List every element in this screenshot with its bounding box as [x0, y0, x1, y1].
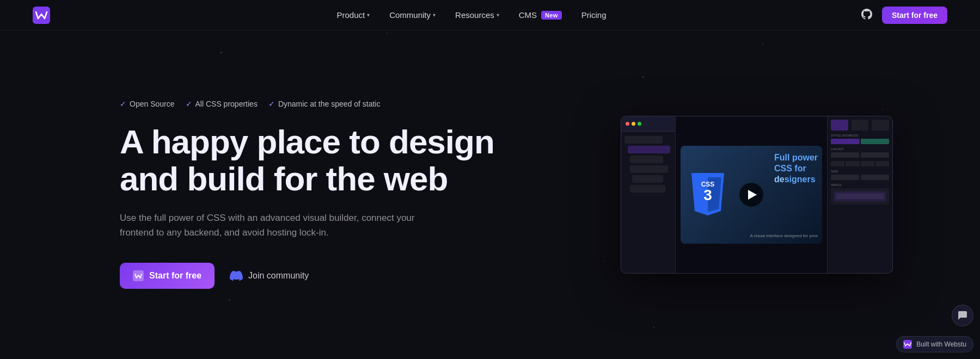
app-tree-item — [624, 136, 663, 144]
check-icon: ✓ — [120, 100, 126, 108]
hero-illustration: 3 CSS Full powerCSS for designers A visu… — [566, 116, 947, 274]
nav-right-actions: Start for free — [860, 7, 947, 24]
hero-start-button[interactable]: Start for free — [120, 263, 215, 289]
app-right-panel: Style Sources Layout — [827, 116, 892, 273]
panel-section-space: Space — [831, 183, 889, 205]
features-row: ✓ Open Source ✓ All CSS properties ✓ Dyn… — [120, 100, 544, 108]
github-link[interactable] — [860, 8, 873, 23]
built-with-badge[interactable]: Built with Webstu — [896, 336, 973, 352]
nav-cms[interactable]: CMS New — [511, 7, 569, 23]
space-visualizer — [831, 188, 889, 205]
nav-start-button[interactable]: Start for free — [882, 7, 947, 24]
hero-title: A happy place to design and build for th… — [120, 123, 544, 197]
app-tree-item — [632, 175, 663, 183]
panel-section-size: Size — [831, 170, 889, 180]
nav-resources[interactable]: Resources ▾ — [448, 7, 507, 23]
hero-content: ✓ Open Source ✓ All CSS properties ✓ Dyn… — [120, 100, 566, 290]
feature-css: ✓ All CSS properties — [186, 100, 258, 108]
chevron-down-icon: ▾ — [367, 12, 370, 18]
hero-buttons: Start for free Join community — [120, 262, 544, 290]
nav-pricing[interactable]: Pricing — [574, 7, 614, 23]
feature-dynamic: ✓ Dynamic at the speed of static — [268, 100, 381, 108]
play-button[interactable] — [739, 183, 763, 207]
video-title: Full powerCSS for designers — [774, 152, 818, 185]
new-badge: New — [541, 11, 562, 20]
app-sidebar-tree — [621, 132, 675, 199]
app-screenshot: 3 CSS Full powerCSS for designers A visu… — [621, 116, 893, 274]
window-min-dot — [632, 122, 635, 126]
video-thumbnail[interactable]: 3 CSS Full powerCSS for designers A visu… — [681, 146, 822, 244]
chevron-down-icon: ▾ — [497, 12, 499, 18]
chevron-down-icon: ▾ — [433, 12, 436, 18]
hero-section: ✓ Open Source ✓ All CSS properties ✓ Dyn… — [0, 30, 980, 359]
video-subtitle: A visual interface designed for pros — [750, 233, 818, 238]
navbar: Product ▾ Community ▾ Resources ▾ CMS Ne… — [0, 0, 980, 30]
app-tree-item — [630, 156, 663, 163]
hero-subtitle: Use the full power of CSS with an advanc… — [120, 211, 430, 240]
app-sidebar — [621, 116, 676, 273]
panel-tabs — [831, 120, 889, 131]
window-max-dot — [638, 122, 641, 126]
panel-section-layout: Layout — [831, 147, 889, 158]
app-tree-item — [630, 165, 668, 173]
panel-tab-settings[interactable] — [872, 120, 889, 131]
built-with-label: Built with Webstu — [916, 341, 966, 348]
panel-section-sources: Style Sources — [831, 134, 889, 144]
app-window-controls — [621, 116, 675, 132]
app-canvas: 3 CSS Full powerCSS for designers A visu… — [676, 116, 827, 273]
panel-section-align — [831, 161, 889, 166]
panel-tab-style[interactable] — [831, 120, 848, 131]
logo[interactable] — [33, 7, 50, 24]
chat-widget-button[interactable] — [952, 305, 973, 326]
feature-open-source: ✓ Open Source — [120, 100, 175, 108]
nav-community[interactable]: Community ▾ — [382, 7, 443, 23]
nav-product[interactable]: Product ▾ — [329, 7, 377, 23]
check-icon: ✓ — [186, 100, 192, 108]
nav-links: Product ▾ Community ▾ Resources ▾ CMS Ne… — [83, 7, 860, 23]
app-tree-item — [630, 185, 665, 193]
window-close-dot — [626, 122, 629, 126]
check-icon: ✓ — [268, 100, 275, 108]
svg-text:CSS: CSS — [701, 181, 715, 188]
panel-tab-props[interactable] — [852, 120, 869, 131]
svg-text:3: 3 — [703, 187, 712, 203]
app-tree-item — [628, 146, 670, 153]
join-community-button[interactable]: Join community — [225, 262, 313, 290]
